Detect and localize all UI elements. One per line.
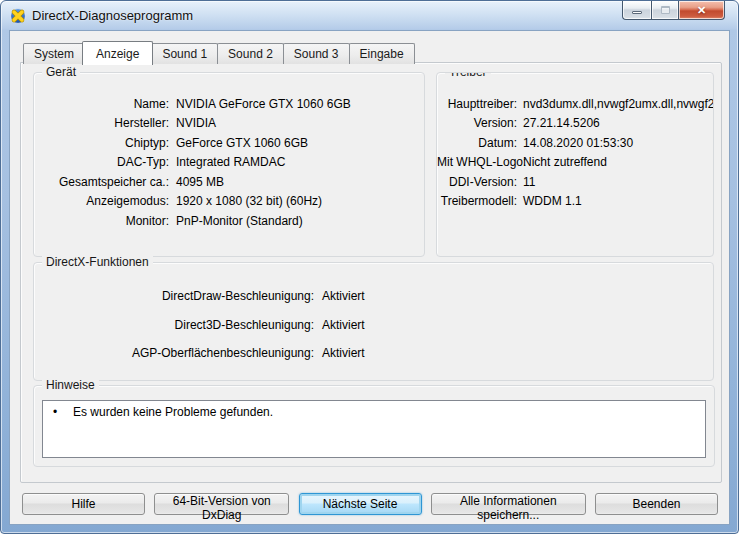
tab-page-anzeige: Gerät Name: NVIDIA GeForce GTX 1060 6GB …	[20, 62, 722, 483]
field-value: Integrated RAMDAC	[176, 155, 285, 169]
field-value: PnP-Monitor (Standard)	[176, 214, 303, 228]
field-value: Aktiviert	[322, 346, 365, 360]
tab-sound2[interactable]: Sound 2	[217, 43, 284, 64]
dxdiag-window: DirectX-Diagnoseprogramm ✕ System Anzeig…	[0, 0, 739, 534]
driver-groupbox: Treiber Haupttreiber: nvd3dumx.dll,nvwgf…	[436, 72, 714, 257]
note-text: Es wurden keine Probleme gefunden.	[73, 405, 273, 419]
field-value: Aktiviert	[322, 318, 365, 332]
field-label: Hersteller:	[34, 116, 169, 130]
directx-features-groupbox: DirectX-Funktionen DirectDraw-Beschleuni…	[33, 262, 714, 381]
device-row: Monitor: PnP-Monitor (Standard)	[34, 211, 424, 231]
tab-eingabe[interactable]: Eingabe	[349, 43, 415, 64]
feature-row: AGP-Oberflächenbeschleunigung: Aktiviert	[34, 339, 713, 368]
exit-button[interactable]: Beenden	[595, 493, 718, 515]
driver-row: Datum: 14.08.2020 01:53:30	[437, 133, 713, 153]
field-value: NVIDIA GeForce GTX 1060 6GB	[176, 97, 351, 111]
help-button[interactable]: Hilfe	[22, 493, 145, 515]
field-value: NVIDIA	[176, 116, 216, 130]
field-label: AGP-Oberflächenbeschleunigung:	[34, 346, 314, 360]
tab-sound1[interactable]: Sound 1	[151, 43, 218, 64]
feature-row: Direct3D-Beschleunigung: Aktiviert	[34, 311, 713, 340]
field-value: 1920 x 1080 (32 bit) (60Hz)	[176, 194, 322, 208]
window-title: DirectX-Diagnoseprogramm	[32, 8, 193, 23]
driver-rows: Haupttreiber: nvd3dumx.dll,nvwgf2umx.dll…	[437, 73, 713, 211]
field-value: 11	[523, 175, 535, 189]
tab-anzeige[interactable]: Anzeige	[82, 41, 153, 65]
field-value: 14.08.2020 01:53:30	[523, 136, 633, 150]
directx-feature-rows: DirectDraw-Beschleunigung: Aktiviert Dir…	[34, 263, 713, 368]
field-value: nvd3dumx.dll,nvwgf2umx.dll,nvwgf2	[523, 97, 714, 111]
driver-row: Version: 27.21.14.5206	[437, 114, 713, 134]
field-label: DAC-Typ:	[34, 155, 169, 169]
device-row: Gesamtspeicher ca.: 4095 MB	[34, 172, 424, 192]
field-value: Aktiviert	[322, 289, 365, 303]
device-row: Name: NVIDIA GeForce GTX 1060 6GB	[34, 94, 424, 114]
field-label: Name:	[34, 97, 169, 111]
64bit-version-button[interactable]: 64-Bit-Version von DxDiag	[154, 493, 289, 515]
field-value: 4095 MB	[176, 175, 224, 189]
window-controls: ✕	[622, 1, 725, 20]
bullet-icon: •	[53, 405, 73, 419]
device-row: Chiptyp: GeForce GTX 1060 6GB	[34, 133, 424, 153]
notes-group-title: Hinweise	[42, 378, 99, 393]
device-group-title: Gerät	[42, 65, 80, 80]
field-label: Version:	[437, 116, 517, 130]
field-label: Treibermodell:	[437, 194, 517, 208]
driver-row: DDI-Version: 11	[437, 172, 713, 192]
feature-row: DirectDraw-Beschleunigung: Aktiviert	[34, 282, 713, 311]
field-value: GeForce GTX 1060 6GB	[176, 136, 308, 150]
device-row: DAC-Typ: Integrated RAMDAC	[34, 153, 424, 173]
device-rows: Name: NVIDIA GeForce GTX 1060 6GB Herste…	[34, 73, 424, 231]
directx-logo-icon	[10, 8, 26, 24]
tab-strip: System Anzeige Sound 1 Sound 2 Sound 3 E…	[23, 41, 414, 64]
device-row: Hersteller: NVIDIA	[34, 114, 424, 134]
field-label: Direct3D-Beschleunigung:	[34, 318, 314, 332]
field-label: Anzeigemodus:	[34, 194, 169, 208]
save-all-information-button[interactable]: Alle Informationen speichern...	[431, 493, 586, 515]
tab-system[interactable]: System	[23, 43, 85, 64]
field-label: DDI-Version:	[437, 175, 517, 189]
tab-sound3[interactable]: Sound 3	[283, 43, 350, 64]
driver-row: Mit WHQL-Logo: Nicht zutreffend	[437, 153, 713, 173]
device-groupbox: Gerät Name: NVIDIA GeForce GTX 1060 6GB …	[33, 72, 425, 257]
field-label: Haupttreiber:	[437, 97, 517, 111]
close-button[interactable]: ✕	[678, 1, 725, 20]
next-page-button[interactable]: Nächste Seite	[299, 493, 422, 515]
close-icon: ✕	[697, 5, 706, 16]
maximize-icon	[661, 6, 670, 14]
directx-features-group-title: DirectX-Funktionen	[42, 255, 153, 270]
field-label: Gesamtspeicher ca.:	[34, 175, 169, 189]
minimize-button[interactable]	[622, 1, 651, 20]
footer-button-bar: Hilfe 64-Bit-Version von DxDiag Nächste …	[22, 493, 718, 515]
field-label: Chiptyp:	[34, 136, 169, 150]
device-row: Anzeigemodus: 1920 x 1080 (32 bit) (60Hz…	[34, 192, 424, 212]
notes-listbox[interactable]: • Es wurden keine Probleme gefunden.	[42, 400, 706, 458]
notes-groupbox: Hinweise • Es wurden keine Probleme gefu…	[33, 385, 715, 467]
field-label: Datum:	[437, 136, 517, 150]
note-item: • Es wurden keine Probleme gefunden.	[43, 401, 705, 419]
field-value: WDDM 1.1	[523, 194, 582, 208]
driver-row: Haupttreiber: nvd3dumx.dll,nvwgf2umx.dll…	[437, 94, 713, 114]
dialog-client-area: System Anzeige Sound 1 Sound 2 Sound 3 E…	[9, 30, 730, 525]
field-value: Nicht zutreffend	[523, 155, 607, 169]
driver-group-title: Treiber	[445, 72, 491, 80]
field-label: Mit WHQL-Logo:	[437, 155, 517, 169]
driver-row: Treibermodell: WDDM 1.1	[437, 192, 713, 212]
minimize-icon	[632, 11, 642, 14]
field-label: DirectDraw-Beschleunigung:	[34, 289, 314, 303]
field-value: 27.21.14.5206	[523, 116, 600, 130]
maximize-button[interactable]	[651, 1, 678, 20]
field-label: Monitor:	[34, 214, 169, 228]
